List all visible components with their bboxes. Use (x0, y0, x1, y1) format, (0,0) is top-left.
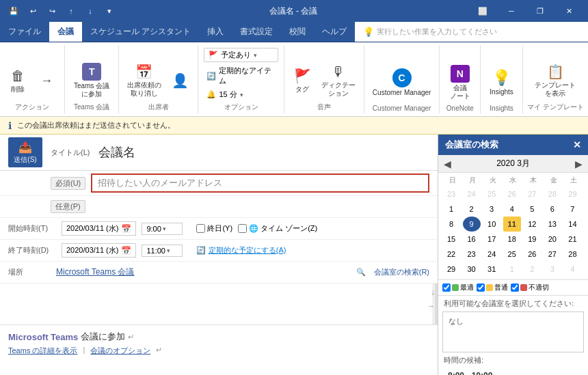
cal-day[interactable]: 24 (463, 186, 481, 202)
cal-day[interactable]: 19 (523, 232, 541, 247)
filter-inappropriate-checkbox[interactable] (511, 283, 519, 292)
timezone-checkbox[interactable] (238, 224, 247, 233)
status-dropdown[interactable]: 🚩 予定あり ▾ (204, 48, 278, 62)
cal-day[interactable]: 4 (503, 202, 521, 217)
start-date-field[interactable]: 2020/03/11 (水) 📅 (62, 221, 136, 236)
cal-day[interactable]: 18 (503, 232, 521, 247)
dictation-button[interactable]: 🎙 ディクテーション (317, 60, 360, 101)
cancel-attendance-button[interactable]: 📅 出席依頼の取り消し (123, 60, 165, 101)
cal-day[interactable]: 1 (503, 262, 521, 277)
cal-day[interactable]: 26 (503, 186, 521, 202)
filter-inappropriate[interactable]: 不適切 (511, 283, 549, 292)
cal-day[interactable]: 4 (563, 262, 581, 277)
cal-day[interactable]: 16 (463, 232, 481, 247)
cal-day[interactable]: 29 (563, 186, 581, 202)
filter-normal[interactable]: 普通 (477, 283, 508, 292)
cal-day[interactable]: 3 (483, 202, 500, 217)
down-icon[interactable]: ↓ (82, 3, 98, 19)
filter-best[interactable]: 最適 (442, 283, 474, 292)
save-icon[interactable]: 💾 (5, 3, 22, 19)
customize-icon[interactable]: ▾ (101, 3, 118, 19)
tab-file[interactable]: ファイル (0, 22, 49, 42)
end-time-field[interactable]: 11:00 ▾ (142, 245, 183, 257)
cal-day[interactable]: 13 (544, 217, 561, 232)
cal-day[interactable]: 28 (563, 247, 581, 262)
timezone-check[interactable]: 🌐 タイム ゾーン(Z) (238, 223, 317, 234)
send-button[interactable]: 📤 送信(S) (8, 137, 42, 167)
tab-insert[interactable]: 挿入 (199, 22, 232, 42)
insights-button[interactable]: 💡 Insights (485, 62, 517, 103)
undo-icon[interactable]: ↩ (25, 3, 41, 19)
cal-day[interactable]: 24 (483, 247, 500, 262)
cal-day[interactable]: 27 (544, 247, 561, 262)
cal-day[interactable]: 29 (442, 262, 460, 277)
person-button[interactable]: 👤 (167, 60, 194, 101)
cal-day[interactable]: 8 (442, 217, 460, 232)
meeting-options-link[interactable]: 会議のオプション (90, 346, 150, 356)
tab-schedule-assistant[interactable]: スケジュール アシスタント (82, 22, 199, 42)
room-list[interactable]: なし (442, 311, 584, 352)
cal-day[interactable]: 14 (563, 217, 581, 232)
delete-button[interactable]: 🗑 削除 (4, 60, 31, 101)
cal-day[interactable]: 1 (442, 202, 460, 217)
cal-prev-button[interactable]: ◀ (444, 158, 451, 169)
show-templates-button[interactable]: 📋 テンプレートを表示 (531, 60, 580, 101)
close-button[interactable]: ✕ (555, 0, 583, 22)
tab-help[interactable]: ヘルプ (314, 22, 355, 42)
tag-button[interactable]: 🚩 タグ (289, 60, 316, 101)
cal-day[interactable]: 27 (523, 186, 541, 202)
cal-day[interactable]: 17 (483, 232, 500, 247)
teams-join-button[interactable]: T Teams 会議に参加 (70, 60, 113, 101)
end-date-field[interactable]: 2020/03/11 (水) 📅 (62, 243, 136, 258)
panel-close-button[interactable]: ✕ (573, 139, 581, 150)
tab-format[interactable]: 書式設定 (232, 22, 281, 42)
restore-button[interactable]: ❐ (526, 0, 554, 22)
required-field[interactable]: 招待したい人のメールアドレス (91, 173, 429, 193)
box-icon[interactable]: ⬜ (469, 0, 496, 22)
ribbon-search-placeholder[interactable]: 実行したい作業を入力してください (377, 27, 497, 37)
cal-day[interactable]: 3 (544, 262, 561, 277)
cal-day[interactable]: 30 (463, 262, 481, 277)
start-time-field[interactable]: 9:00 ▾ (142, 223, 183, 235)
cal-day[interactable]: 25 (503, 247, 521, 262)
body-area[interactable]: ↓ → (0, 283, 438, 324)
tab-review[interactable]: 校閲 (281, 22, 314, 42)
title-value[interactable]: 会議名 (98, 144, 429, 161)
customer-manager-button[interactable]: C Customer Manager (369, 62, 436, 103)
cal-day[interactable]: 22 (442, 247, 460, 262)
cal-day[interactable]: 12 (523, 217, 541, 232)
teams-details-link[interactable]: Teams の詳細を表示 (8, 346, 77, 356)
all-day-checkbox[interactable] (196, 224, 205, 233)
cal-day[interactable]: 15 (442, 232, 460, 247)
filter-best-checkbox[interactable] (442, 283, 451, 292)
cal-day[interactable]: 26 (523, 247, 541, 262)
cal-day[interactable]: 28 (544, 186, 561, 202)
cal-day[interactable]: 9 (463, 217, 481, 232)
cal-day[interactable]: 20 (544, 232, 561, 247)
tab-meeting[interactable]: 会議 (49, 22, 82, 42)
forward-button[interactable]: → (33, 60, 60, 101)
recurring-button[interactable]: 🔄 定期的なアイテム (204, 64, 278, 87)
time-slot[interactable]: 8:00 - 10:00 全員 予定なし (444, 368, 583, 375)
cal-day[interactable]: 6 (544, 202, 561, 217)
redo-icon[interactable]: ↪ (44, 3, 60, 19)
reminder-dropdown[interactable]: 🔔 15 分 ▾ (204, 88, 278, 101)
cal-day[interactable]: 21 (563, 232, 581, 247)
cal-day[interactable]: 25 (483, 186, 500, 202)
cal-day[interactable]: 23 (442, 186, 460, 202)
cal-day[interactable]: 2 (463, 202, 481, 217)
location-value[interactable]: Microsoft Teams 会議 (56, 266, 351, 278)
cal-day[interactable]: 2 (523, 262, 541, 277)
cal-day[interactable]: 5 (523, 202, 541, 217)
cal-day[interactable]: 7 (563, 202, 581, 217)
cal-day[interactable]: 11 (503, 217, 521, 232)
all-day-check[interactable]: 終日(Y) (196, 223, 232, 234)
meeting-notes-button[interactable]: N 会議ノート (446, 62, 475, 103)
cal-day[interactable]: 23 (463, 247, 481, 262)
cal-next-button[interactable]: ▶ (575, 158, 583, 169)
make-recurring-link[interactable]: 定期的な予定にする(A) (209, 246, 286, 254)
filter-normal-checkbox[interactable] (477, 283, 485, 292)
room-search-link[interactable]: 会議室の検索(R) (374, 267, 429, 277)
cal-day[interactable]: 31 (483, 262, 500, 277)
minimize-button[interactable]: ─ (498, 0, 525, 22)
